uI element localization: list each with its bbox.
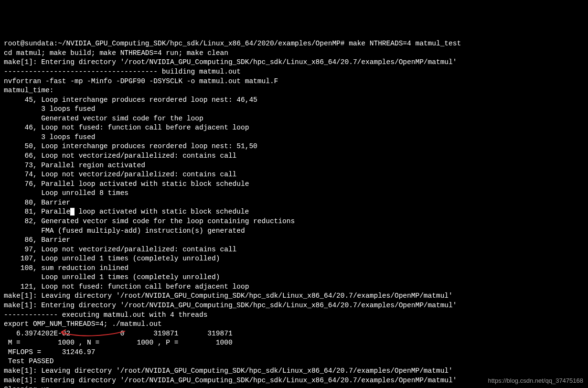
output-line: 74, Loop not vectorized/parallelized: co… <box>4 170 584 180</box>
watermark-text: https://blog.csdn.net/qq_37475168 <box>488 377 584 385</box>
output-line: 3 loops fused <box>4 105 584 114</box>
output-line: 66, Loop not vectorized/parallelized: co… <box>4 151 584 161</box>
output-line: 107, Loop unrolled 1 times (completely u… <box>4 254 584 264</box>
text-cursor-icon <box>70 208 75 216</box>
output-line: 76, Parallel loop activated with static … <box>4 180 584 189</box>
output-line: matmul_time: <box>4 86 584 96</box>
output-line: 3 loops fused <box>4 133 584 142</box>
output-line: 97, Loop not vectorized/parallelized: co… <box>4 245 584 255</box>
output-line: nvfortran -fast -mp -Minfo -DPGF90 -DSYS… <box>4 77 584 86</box>
output-line: ------------- executing matmul.out with … <box>4 311 584 320</box>
output-line-with-cursor: 81, Paralle loop activated with static b… <box>4 207 584 217</box>
prompt-symbol: # <box>341 40 345 47</box>
output-line: 80, Barrier <box>4 198 584 208</box>
output-line: ------------------------------------- bu… <box>4 67 584 77</box>
output-line: Loop unrolled 1 times (completely unroll… <box>4 273 584 282</box>
prompt-line-1: root@sundata:~/NVIDIA_GPU_Computing_SDK/… <box>4 39 584 49</box>
output-line: 45, Loop interchange produces reordered … <box>4 96 584 105</box>
output-line: 108, sum reduction inlined <box>4 264 584 273</box>
output-line: make[1]: Entering directory '/root/NVIDI… <box>4 58 584 67</box>
output-line: make[1]: Leaving directory '/root/NVIDIA… <box>4 366 584 376</box>
entered-command: make NTHREADS=4 matmul_test <box>349 40 461 47</box>
output-line: Generated vector simd code for the loop <box>4 114 584 124</box>
output-line: 46, Loop not fused: function call before… <box>4 123 584 133</box>
output-line: 50, Loop interchange produces reordered … <box>4 142 584 151</box>
terminal-output[interactable]: root@sundata:~/NVIDIA_GPU_Computing_SDK/… <box>4 39 584 388</box>
output-line: 73, Parallel region activated <box>4 161 584 171</box>
output-line: Loop unrolled 8 times <box>4 189 584 198</box>
output-line: export OMP_NUM_THREADS=4; ./matmul.out <box>4 320 584 329</box>
output-line: Cleaning up... <box>4 385 584 388</box>
output-line: 121, Loop not fused: function call befor… <box>4 282 584 292</box>
output-line: cd matmul; make build; make NTHREADS=4 r… <box>4 49 584 58</box>
output-line: 86, Barrier <box>4 236 584 245</box>
output-line: make[1]: Entering directory '/root/NVIDI… <box>4 301 584 311</box>
output-line: make[1]: Leaving directory '/root/NVIDIA… <box>4 291 584 301</box>
test-passed-line: Test PASSED <box>4 357 584 366</box>
prompt-user-host: root@sundata <box>4 40 53 47</box>
output-line: FMA (fused multiply-add) instruction(s) … <box>4 226 584 236</box>
prompt-path: ~/NVIDIA_GPU_Computing_SDK/hpc_sdk/Linux… <box>58 40 341 47</box>
output-line: 6.3974202E-02 0 319871 319871 <box>4 329 584 339</box>
output-line: MFLOPS = 31246.97 <box>4 348 584 357</box>
output-line: 82, Generated vector simd code for the l… <box>4 217 584 226</box>
output-line: M = 1000 , N = 1000 , P = 1000 <box>4 338 584 348</box>
